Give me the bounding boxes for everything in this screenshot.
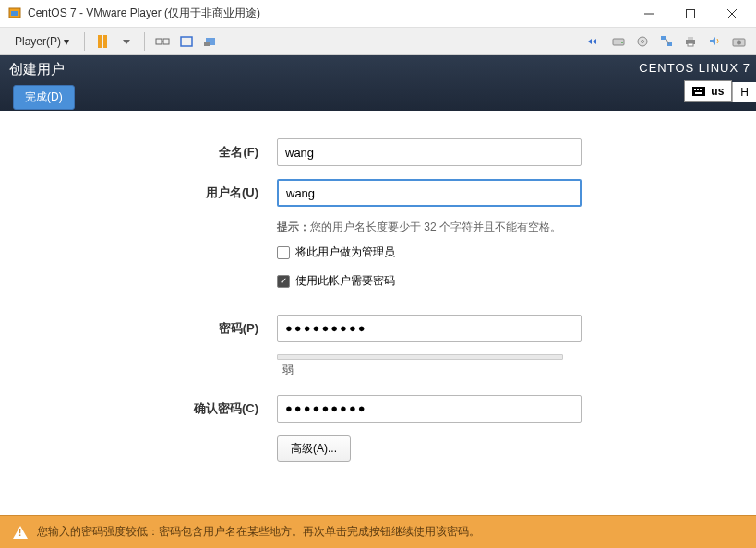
confirm-password-label: 确认密码(C): [55, 400, 277, 417]
password-strength-bar: [277, 354, 563, 360]
warning-icon: [13, 526, 28, 539]
camera-icon[interactable]: [729, 32, 748, 51]
username-hint: 提示：您的用户名长度要少于 32 个字符并且不能有空格。: [277, 220, 582, 235]
svg-rect-30: [697, 89, 699, 90]
window-title: CentOS 7 - VMware Player (仅用于非商业用途): [28, 6, 628, 21]
svg-point-27: [737, 40, 741, 44]
svg-rect-29: [694, 89, 696, 90]
power-dropdown-icon[interactable]: [117, 32, 136, 51]
svg-rect-24: [688, 43, 693, 46]
chevron-down-icon: ▾: [64, 35, 69, 48]
send-cad-icon[interactable]: [153, 32, 172, 51]
svg-rect-23: [688, 37, 693, 40]
done-button[interactable]: 完成(D): [13, 85, 75, 110]
require-password-checkbox-label: 使用此帐户需要密码: [295, 273, 395, 289]
username-label: 用户名(U): [55, 185, 277, 201]
svg-marker-13: [588, 39, 592, 44]
password-strength-label: 弱: [282, 363, 294, 376]
fullname-label: 全名(F): [55, 144, 277, 161]
warning-bar: 您输入的密码强度较低：密码包含用户名在某些地方。再次单击完成按钮继续使用该密码。: [0, 515, 756, 548]
help-button[interactable]: H: [732, 82, 756, 102]
svg-rect-7: [156, 39, 162, 44]
keyboard-icon: [692, 87, 705, 96]
vm-screen: 创建用户 完成(D) CENTOS LINUX 7 us H 全名(F) 用户名…: [0, 55, 756, 548]
disk-icon[interactable]: [609, 32, 628, 51]
svg-rect-32: [695, 92, 702, 94]
cd-icon[interactable]: [633, 32, 652, 51]
svg-rect-1: [11, 11, 18, 16]
svg-point-18: [642, 40, 644, 42]
create-user-form: 全名(F) 用户名(U) 提示：您的用户名长度要少于 32 个字符并且不能有空格…: [0, 111, 756, 507]
svg-rect-28: [693, 88, 705, 96]
warning-text: 您输入的密码强度较低：密码包含用户名在某些地方。再次单击完成按钮继续使用该密码。: [37, 524, 480, 540]
svg-rect-10: [181, 37, 192, 46]
arrows-icon[interactable]: [585, 32, 604, 51]
brand-label: CENTOS LINUX 7: [639, 61, 750, 75]
window-titlebar: CentOS 7 - VMware Player (仅用于非商业用途): [0, 0, 756, 28]
toolbar-separator: [144, 32, 145, 51]
advanced-button[interactable]: 高级(A)...: [277, 435, 351, 462]
maximize-button[interactable]: [669, 1, 711, 27]
keyboard-layout-label: us: [711, 85, 724, 98]
player-menu-label: Player(P): [15, 35, 61, 48]
svg-point-16: [621, 42, 623, 43]
sound-icon[interactable]: [705, 32, 724, 51]
printer-icon[interactable]: [681, 32, 700, 51]
page-title: 创建用户: [9, 61, 65, 78]
installer-header: 创建用户 完成(D) CENTOS LINUX 7 us H: [0, 55, 756, 111]
username-input[interactable]: [277, 179, 582, 207]
toolbar-separator: [84, 32, 85, 51]
svg-rect-3: [686, 9, 694, 18]
fullscreen-icon[interactable]: [177, 32, 196, 51]
svg-rect-12: [204, 42, 210, 46]
admin-checkbox-label: 将此用户做为管理员: [295, 244, 395, 260]
vmware-toolbar: Player(P) ▾: [0, 28, 756, 55]
password-label: 密码(P): [55, 320, 277, 337]
svg-rect-31: [700, 89, 702, 90]
fullname-input[interactable]: [277, 138, 582, 166]
player-menu[interactable]: Player(P) ▾: [6, 33, 78, 50]
svg-marker-6: [123, 40, 130, 44]
pause-button[interactable]: [93, 32, 112, 51]
vmware-icon: [7, 6, 22, 21]
keyboard-layout-indicator[interactable]: us: [684, 80, 732, 102]
svg-rect-19: [661, 36, 666, 40]
password-input[interactable]: ●●●●●●●●●: [277, 315, 582, 342]
svg-marker-25: [710, 37, 715, 45]
minimize-button[interactable]: [628, 1, 669, 27]
admin-checkbox[interactable]: [277, 246, 290, 259]
network-icon[interactable]: [657, 32, 676, 51]
svg-rect-8: [163, 39, 169, 44]
confirm-password-input[interactable]: ●●●●●●●●●: [277, 395, 582, 423]
svg-marker-14: [593, 39, 596, 44]
require-password-checkbox[interactable]: ✓: [277, 275, 290, 288]
unity-icon[interactable]: [201, 32, 220, 51]
close-button[interactable]: [711, 1, 752, 27]
